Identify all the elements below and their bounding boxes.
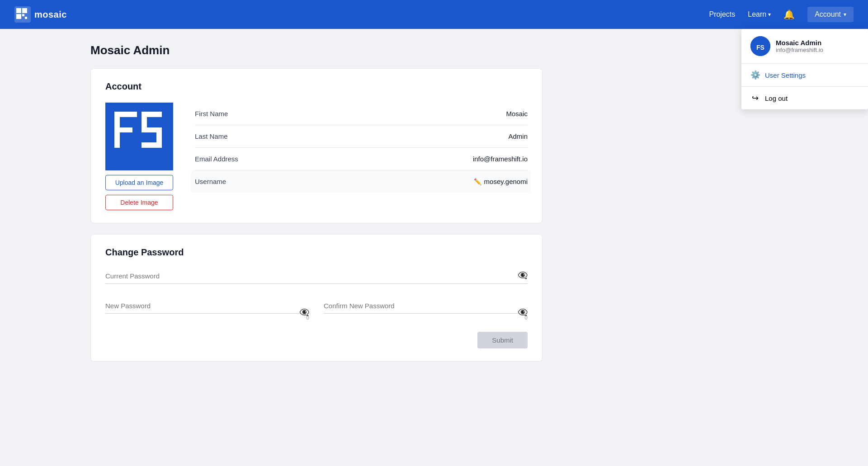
settings-icon: ⚙️ bbox=[750, 70, 760, 80]
first-name-row: First Name Mosaic bbox=[195, 103, 528, 125]
learn-chevron-icon: ▾ bbox=[768, 11, 771, 18]
fs-avatar-svg bbox=[105, 103, 173, 170]
account-dropdown: FS Mosaic Admin info@frameshift.io ⚙️ Us… bbox=[741, 29, 868, 109]
dropdown-user-text: Mosaic Admin info@frameshift.io bbox=[776, 39, 823, 53]
account-content: Upload an Image Delete Image First Name … bbox=[105, 103, 528, 210]
new-password-group: 👁️‍🗨️ 0 bbox=[105, 298, 309, 321]
dropdown-user-info: FS Mosaic Admin info@frameshift.io bbox=[741, 29, 868, 64]
dropdown-avatar-icon: FS bbox=[750, 36, 770, 56]
current-password-group: 👁️‍🗨️ bbox=[105, 268, 528, 284]
username-label: Username bbox=[195, 178, 474, 185]
last-name-value: Admin bbox=[508, 132, 528, 140]
new-password-count: 0 bbox=[105, 315, 309, 321]
confirm-password-count: 0 bbox=[324, 315, 528, 321]
svg-rect-16 bbox=[142, 142, 162, 148]
svg-rect-5 bbox=[25, 17, 27, 19]
email-label: Email Address bbox=[195, 155, 473, 163]
first-name-label: First Name bbox=[195, 110, 506, 118]
confirm-password-input[interactable] bbox=[324, 298, 528, 314]
avatar-section: Upload an Image Delete Image bbox=[105, 103, 173, 210]
new-password-eye-icon[interactable]: 👁️‍🗨️ bbox=[299, 307, 309, 317]
dropdown-avatar: FS bbox=[750, 36, 770, 56]
username-row: Username ✏️ mosey.genomi bbox=[191, 170, 531, 193]
account-chevron-icon: ▾ bbox=[844, 11, 846, 18]
current-password-row: 👁️‍🗨️ bbox=[105, 268, 528, 284]
new-password-row: 👁️‍🗨️ 0 👁️‍🗨️ 0 bbox=[105, 298, 528, 321]
confirm-password-group: 👁️‍🗨️ 0 bbox=[324, 298, 528, 321]
dropdown-user-name: Mosaic Admin bbox=[776, 39, 823, 47]
user-settings-item[interactable]: ⚙️ User Settings bbox=[741, 64, 868, 86]
mosaic-logo-icon bbox=[14, 6, 31, 23]
last-name-row: Last Name Admin bbox=[195, 125, 528, 148]
svg-rect-10 bbox=[114, 112, 137, 117]
new-password-input[interactable] bbox=[105, 298, 309, 314]
projects-link[interactable]: Projects bbox=[709, 10, 735, 19]
email-value: info@frameshift.io bbox=[473, 155, 528, 163]
last-name-label: Last Name bbox=[195, 132, 508, 140]
password-fields: 👁️‍🗨️ 👁️‍🗨️ 0 👁️‍🗨️ 0 bbox=[105, 268, 528, 321]
email-row: Email Address info@frameshift.io bbox=[195, 148, 528, 170]
upload-image-button[interactable]: Upload an Image bbox=[105, 175, 173, 190]
account-card: Account bbox=[90, 68, 542, 223]
edit-username-icon[interactable]: ✏️ bbox=[474, 178, 481, 185]
learn-link[interactable]: Learn ▾ bbox=[748, 10, 771, 19]
navbar-right: Projects Learn ▾ 🔔 Account ▾ bbox=[709, 7, 854, 22]
logo-text: mosaic bbox=[34, 9, 67, 20]
logo[interactable]: mosaic bbox=[14, 6, 709, 23]
svg-rect-13 bbox=[142, 112, 147, 129]
user-avatar-large bbox=[105, 103, 173, 170]
account-card-title: Account bbox=[105, 81, 528, 92]
account-button[interactable]: Account ▾ bbox=[807, 7, 854, 22]
svg-rect-2 bbox=[22, 8, 27, 13]
current-password-input[interactable] bbox=[105, 268, 528, 284]
submit-row: Submit bbox=[105, 332, 528, 348]
bell-icon[interactable]: 🔔 bbox=[783, 9, 795, 20]
username-value: ✏️ mosey.genomi bbox=[474, 178, 528, 185]
user-fields: First Name Mosaic Last Name Admin Email … bbox=[195, 103, 528, 193]
main-content: Mosaic Admin Account bbox=[0, 29, 633, 387]
first-name-value: Mosaic bbox=[506, 110, 528, 118]
submit-button[interactable]: Submit bbox=[477, 332, 528, 348]
svg-text:FS: FS bbox=[756, 44, 764, 51]
dropdown-user-email: info@frameshift.io bbox=[776, 47, 823, 53]
navbar: mosaic Projects Learn ▾ 🔔 Account ▾ FS M… bbox=[0, 0, 868, 29]
logout-item[interactable]: ↪ Log out bbox=[741, 87, 868, 109]
svg-rect-3 bbox=[16, 14, 21, 19]
svg-rect-14 bbox=[142, 127, 162, 132]
logout-icon: ↪ bbox=[750, 93, 760, 103]
svg-rect-1 bbox=[16, 8, 21, 13]
current-password-eye-icon[interactable]: 👁️‍🗨️ bbox=[518, 270, 528, 280]
delete-image-button[interactable]: Delete Image bbox=[105, 195, 173, 210]
password-card-title: Change Password bbox=[105, 247, 528, 258]
svg-rect-4 bbox=[22, 14, 24, 16]
confirm-password-eye-icon[interactable]: 👁️‍🗨️ bbox=[518, 307, 528, 317]
page-title: Mosaic Admin bbox=[90, 43, 542, 57]
svg-rect-11 bbox=[114, 127, 132, 132]
password-card: Change Password 👁️‍🗨️ 👁️‍🗨️ 0 👁️‍🗨️ 0 bbox=[90, 234, 542, 362]
